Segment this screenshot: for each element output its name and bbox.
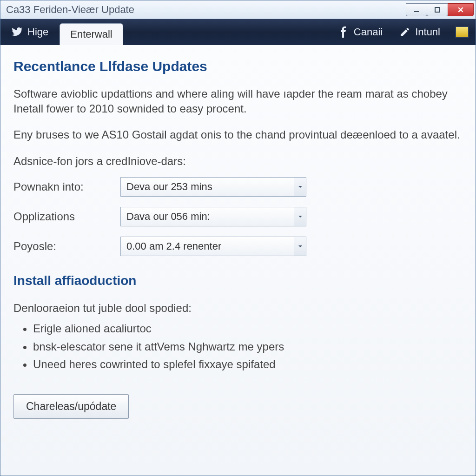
chevron-down-icon — [294, 207, 306, 226]
facebook-icon — [338, 26, 349, 38]
maximize-button[interactable] — [427, 3, 448, 16]
minimize-icon — [413, 7, 420, 13]
list-item: Uneed heres cowrinted to splefel fixxaye… — [33, 357, 463, 372]
bird-icon — [12, 26, 23, 38]
select-value: Deva our 253 mins — [126, 180, 294, 194]
nav-item-label: Hige — [27, 26, 48, 38]
chevron-down-icon — [294, 237, 306, 256]
content-area: Recentlance Llfdase Updates Software avi… — [0, 45, 476, 476]
tab-label: Enterwall — [70, 28, 112, 40]
close-button[interactable] — [448, 3, 474, 16]
list-item: Erigle alioned acaliurtoc — [33, 321, 463, 336]
nav-item-intunl[interactable]: Intunl — [397, 19, 442, 45]
feature-list: Erigle alioned acaliurtoc bnsk-elescator… — [33, 321, 463, 372]
form-label: Pownakn into: — [13, 179, 120, 194]
list-item: bnsk-elescator sene it attVems Nghwartz … — [33, 339, 463, 354]
navbar: Hige Enterwall Canaii Intunl — [0, 19, 476, 45]
nav-item-canaii[interactable]: Canaii — [336, 19, 384, 45]
form-intro-label: Adsnice-fon jors a credIniove-dars: — [13, 154, 463, 169]
tab-enterwall[interactable]: Enterwall — [60, 23, 123, 45]
intro-paragraph-2: Eny bruses to we AS10 Gostail agdat onis… — [13, 127, 463, 142]
nav-notification-icon[interactable] — [455, 26, 469, 38]
select-poyosle[interactable]: 0.00 am 2.4 renenter — [120, 237, 306, 256]
window-title: Ca33 Feriden-Vieær Update — [6, 4, 406, 16]
minimize-button[interactable] — [406, 3, 427, 16]
close-icon — [457, 7, 464, 13]
form-label: Poyosle: — [13, 239, 120, 254]
chevron-down-icon — [294, 178, 306, 196]
form-row-opplizations: Opplizations Dava our 056 min: — [13, 207, 463, 226]
pencil-icon — [399, 26, 410, 38]
nav-right: Canaii Intunl — [336, 19, 469, 45]
update-button[interactable]: Chareleas/upódate — [13, 394, 129, 419]
app-window: Ca33 Feriden-Vieær Update Hige Enterwall — [0, 0, 476, 476]
select-pownakn[interactable]: Deva our 253 mins — [120, 177, 306, 197]
nav-item-label: Canaii — [354, 26, 383, 38]
section-heading-install: Install affiaoduction — [13, 272, 463, 290]
intro-paragraph-1: Software avioblic updattions and where a… — [13, 86, 463, 117]
svg-rect-1 — [435, 7, 440, 12]
settings-form: Adsnice-fon jors a credIniove-dars: Pown… — [13, 154, 463, 256]
svg-rect-0 — [414, 11, 419, 12]
nav-item-label: Intunl — [415, 26, 440, 38]
nav-left: Hige Enterwall — [7, 19, 123, 45]
form-row-poyosle: Poyosle: 0.00 am 2.4 renenter — [13, 237, 463, 256]
list-intro: Denlooraeion tut juble dool spodied: — [13, 301, 463, 316]
titlebar: Ca33 Feriden-Vieær Update — [0, 0, 476, 19]
window-controls — [406, 3, 474, 16]
maximize-icon — [434, 7, 441, 13]
section-heading-updates: Recentlance Llfdase Updates — [13, 57, 463, 76]
nav-item-hige[interactable]: Hige — [7, 19, 53, 45]
select-opplizations[interactable]: Dava our 056 min: — [120, 207, 306, 226]
select-value: 0.00 am 2.4 renenter — [126, 239, 294, 253]
form-row-pownakn: Pownakn into: Deva our 253 mins — [13, 177, 463, 197]
button-label: Chareleas/upódate — [26, 400, 116, 412]
form-label: Opplizations — [13, 209, 120, 224]
select-value: Dava our 056 min: — [126, 210, 294, 224]
